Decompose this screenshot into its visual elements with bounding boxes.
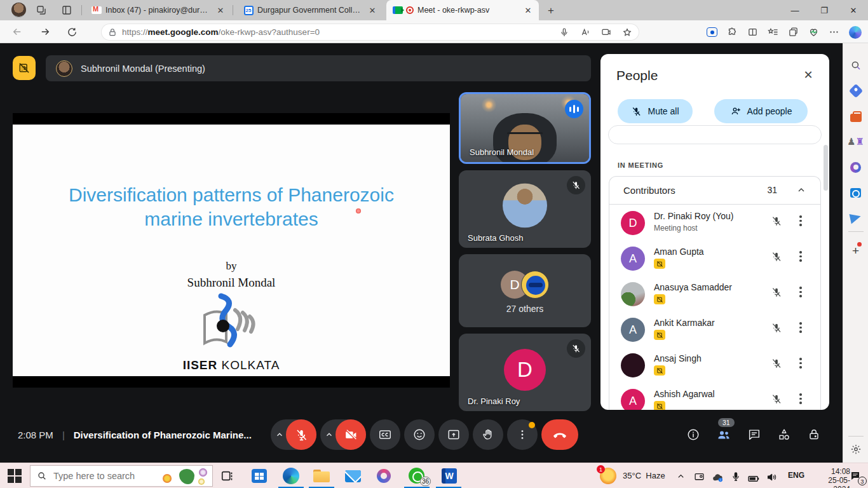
microsoft-store-button[interactable]	[251, 468, 268, 484]
battery-icon[interactable]	[747, 472, 760, 485]
video-tile-others[interactable]: D 27 others	[459, 254, 591, 327]
vertical-tabs-icon[interactable]	[60, 4, 73, 16]
window-restore-button[interactable]: ❐	[810, 0, 839, 20]
participant-row[interactable]: A Aman Gupta	[609, 241, 820, 276]
presentation-warning-icon[interactable]	[13, 56, 36, 80]
participant-row[interactable]: D Dr. Pinaki Roy (You) Meeting host	[609, 205, 820, 241]
search-people-field[interactable]	[608, 125, 822, 144]
raise-hand-button[interactable]	[473, 419, 503, 450]
sidebar-settings-gear-icon[interactable]	[849, 442, 863, 456]
volume-icon[interactable]	[766, 471, 778, 483]
tab-college-calendar[interactable]: 25 Durgapur Government College - ✕	[237, 0, 383, 20]
camera-off-button[interactable]	[336, 419, 366, 450]
language-indicator[interactable]: ENG	[788, 471, 804, 480]
activities-button[interactable]	[777, 428, 791, 442]
video-tile[interactable]: Subrata Ghosh	[459, 170, 591, 248]
more-options-icon[interactable]	[796, 393, 805, 404]
video-tile-speaker[interactable]: Subhronil Mondal	[459, 92, 591, 164]
tab-actions-icon[interactable]	[707, 27, 717, 37]
tab-meet-active[interactable]: Meet - oke-rkwp-asv ✕	[386, 0, 539, 20]
mic-control-group[interactable]	[271, 419, 316, 450]
mic-options-chevron-icon[interactable]	[275, 430, 284, 439]
weather-icon[interactable]: 1	[600, 468, 616, 484]
host-controls-button[interactable]	[807, 428, 821, 442]
more-options-button[interactable]	[507, 419, 538, 450]
close-tab-icon[interactable]: ✕	[522, 4, 534, 16]
office-button[interactable]	[376, 468, 392, 484]
add-people-button[interactable]: Add people	[714, 99, 808, 123]
participant-row[interactable]: A Ankit Karmakar	[609, 312, 820, 348]
mic-off-icon[interactable]	[771, 322, 782, 334]
read-aloud-icon[interactable]	[580, 27, 590, 37]
participant-row[interactable]: Ansaj Singh	[609, 348, 820, 383]
participant-row[interactable]: A Ashish Agarwal	[609, 383, 820, 410]
search-input[interactable]	[53, 471, 149, 481]
sidebar-add-icon[interactable]: +	[849, 244, 863, 258]
people-panel-button[interactable]: 31	[716, 427, 731, 442]
address-bar[interactable]: https://meet.google.com/oke-rkwp-asv?aut…	[102, 24, 639, 40]
leave-call-button[interactable]	[541, 419, 578, 450]
sidebar-outlook-icon[interactable]	[849, 186, 863, 200]
more-options-icon[interactable]	[796, 358, 805, 369]
start-button[interactable]	[8, 469, 22, 483]
file-explorer-button[interactable]	[313, 468, 330, 484]
tray-expand-chevron-icon[interactable]	[676, 471, 686, 481]
tab-gmail-inbox[interactable]: Inbox (47) - pinakiroy@durgapur ✕	[85, 0, 231, 20]
close-panel-icon[interactable]: ✕	[800, 67, 817, 83]
more-options-icon[interactable]	[796, 322, 805, 333]
whatsapp-button[interactable]: 36	[409, 468, 425, 484]
voice-search-icon[interactable]	[559, 27, 569, 37]
onedrive-icon[interactable]: i	[712, 471, 724, 484]
sidebar-tools-icon[interactable]	[849, 109, 863, 123]
url-text[interactable]: https://meet.google.com/oke-rkwp-asv?aut…	[122, 27, 559, 37]
more-options-icon[interactable]	[796, 287, 805, 297]
reactions-button[interactable]	[404, 419, 435, 450]
favorites-list-icon[interactable]	[768, 27, 778, 37]
contributors-header[interactable]: Contributors 31	[609, 177, 820, 205]
mic-off-icon[interactable]	[771, 251, 782, 262]
more-options-icon[interactable]	[796, 215, 805, 226]
collections-icon[interactable]	[788, 27, 799, 37]
browser-essentials-icon[interactable]	[808, 27, 819, 37]
screencast-icon[interactable]	[694, 471, 705, 482]
edge-taskbar-button[interactable]	[283, 468, 299, 484]
participant-row[interactable]: Anasuya Samadder	[609, 276, 820, 312]
mic-off-icon[interactable]	[771, 358, 782, 369]
tray-mic-icon[interactable]	[731, 471, 741, 482]
split-screen-icon[interactable]	[747, 27, 758, 37]
new-tab-button[interactable]: +	[544, 4, 558, 18]
mic-off-icon[interactable]	[771, 393, 782, 405]
sidebar-designer-icon[interactable]	[849, 211, 863, 225]
mute-all-button[interactable]: Mute all	[618, 99, 693, 123]
forward-button[interactable]	[37, 24, 53, 39]
refresh-button[interactable]	[64, 24, 80, 39]
video-translate-icon[interactable]	[601, 27, 611, 37]
sidebar-games-icon[interactable]: ♟♜	[849, 135, 863, 149]
sidebar-shopping-icon[interactable]	[849, 84, 863, 98]
more-options-icon[interactable]	[796, 251, 805, 262]
back-button[interactable]	[9, 24, 25, 39]
tray-clock[interactable]: 14:08 25-05-2024	[813, 467, 850, 488]
lock-icon[interactable]	[108, 28, 117, 37]
notification-center-icon[interactable]: 3	[848, 470, 863, 482]
weather-text[interactable]: 35°C Haze	[623, 471, 665, 480]
task-view-button[interactable]	[219, 468, 236, 484]
present-screen-button[interactable]	[438, 419, 469, 450]
mail-button[interactable]	[345, 468, 362, 484]
collapse-chevron-icon[interactable]	[796, 185, 806, 195]
tab-groups-icon[interactable]	[35, 4, 48, 16]
mic-off-icon[interactable]	[771, 287, 782, 298]
video-tile[interactable]: D Dr. Pinaki Roy	[459, 334, 591, 411]
camera-options-chevron-icon[interactable]	[325, 430, 334, 439]
window-close-button[interactable]: ✕	[839, 0, 868, 20]
close-tab-icon[interactable]: ✕	[367, 4, 378, 16]
window-minimize-button[interactable]: —	[780, 0, 810, 20]
copilot-icon[interactable]	[849, 26, 862, 39]
captions-button[interactable]	[370, 419, 400, 450]
word-button[interactable]: W	[441, 468, 458, 484]
taskbar-search[interactable]	[30, 465, 213, 487]
sidebar-m365-icon[interactable]	[849, 160, 863, 174]
browser-profile-avatar[interactable]	[11, 3, 26, 17]
extensions-icon[interactable]	[727, 27, 738, 37]
meeting-details-button[interactable]	[686, 428, 700, 442]
